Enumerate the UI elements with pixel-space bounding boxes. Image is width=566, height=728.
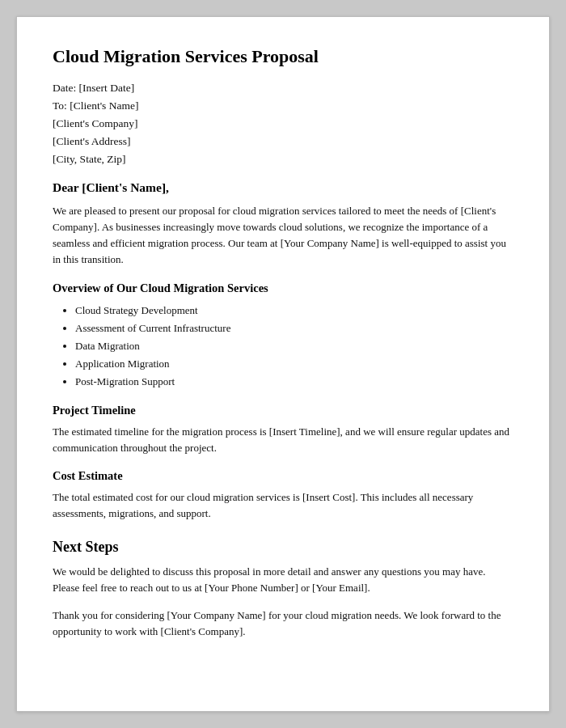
list-item: Post-Migration Support	[75, 373, 513, 391]
document-container: Cloud Migration Services Proposal Date: …	[16, 16, 550, 712]
document-title: Cloud Migration Services Proposal	[53, 46, 513, 67]
list-item: Application Migration	[75, 355, 513, 373]
services-list: Cloud Strategy Development Assessment of…	[75, 302, 513, 391]
list-item: Data Migration	[75, 337, 513, 355]
date-line: Date: [Insert Date]	[53, 82, 513, 95]
company-line: [Client's Company]	[53, 117, 513, 130]
list-item: Assessment of Current Infrastructure	[75, 320, 513, 337]
timeline-text: The estimated timeline for the migration…	[53, 424, 513, 456]
address-line: [Client's Address]	[53, 135, 513, 148]
next-steps-text2: Thank you for considering [Your Company …	[53, 607, 513, 640]
to-line: To: [Client's Name]	[53, 99, 513, 112]
list-item: Cloud Strategy Development	[75, 302, 513, 320]
overview-heading: Overview of Our Cloud Migration Services	[53, 281, 513, 295]
next-steps-text1: We would be delighted to discuss this pr…	[53, 564, 513, 596]
city-line: [City, State, Zip]	[53, 153, 513, 166]
next-steps-heading: Next Steps	[53, 539, 513, 556]
cost-heading: Cost Estimate	[53, 469, 513, 483]
timeline-heading: Project Timeline	[53, 404, 513, 417]
greeting-line: Dear [Client's Name],	[53, 180, 513, 195]
cost-text: The total estimated cost for our cloud m…	[53, 489, 513, 522]
intro-paragraph: We are pleased to present our proposal f…	[53, 203, 513, 269]
